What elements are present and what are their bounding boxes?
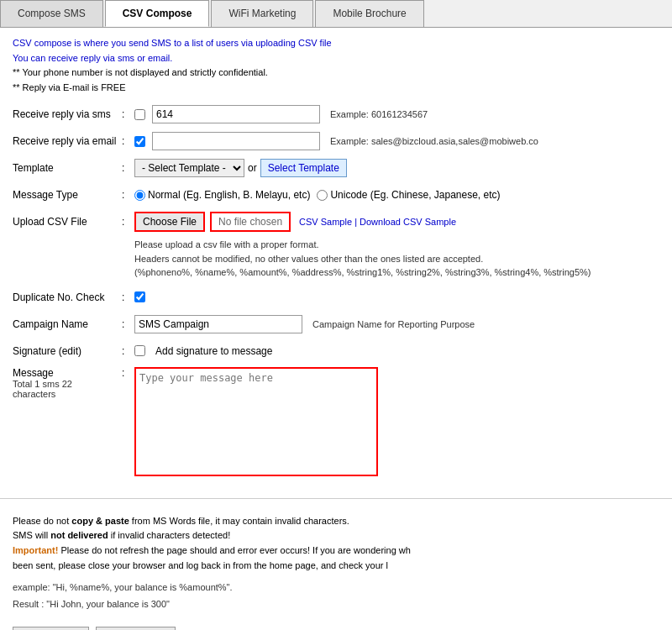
receive-sms-example: Example: 60161234567 <box>330 109 428 119</box>
message-label-block: Message Total 1 sms 22 characters <box>13 367 122 399</box>
upload-csv-control: Choose File No file chosen CSV Sample | … <box>134 212 659 232</box>
csv-note2: Headers cannot be modified, no other val… <box>134 252 659 266</box>
template-colon: : <box>122 162 134 174</box>
csv-sample-link[interactable]: CSV Sample <box>299 217 352 227</box>
notice-important: Important! <box>13 545 58 555</box>
notice-line4: been sent, please close your browser and… <box>13 559 659 574</box>
signature-checkbox[interactable] <box>134 345 145 356</box>
csv-note3: (%phoneno%, %name%, %amount%, %address%,… <box>134 265 659 280</box>
signature-control: Add signature to message <box>134 345 659 357</box>
message-control <box>134 367 659 476</box>
csv-links: CSV Sample | Download CSV Sample <box>299 217 456 227</box>
send-row: » Send Now » Send Later <box>0 620 672 630</box>
info-block: CSV compose is where you send SMS to a l… <box>13 36 659 95</box>
message-type-unicode-text: Unicode (Eg. Chinese, Japanese, etc) <box>330 189 500 201</box>
bottom-notice: Please do not copy & paste from MS Words… <box>0 507 672 580</box>
campaign-label: Campaign Name <box>13 318 122 330</box>
campaign-input[interactable] <box>134 315 302 333</box>
select-template-button[interactable]: Select Template <box>260 159 347 177</box>
send-later-button[interactable]: » Send Later <box>96 627 176 630</box>
receive-sms-label: Receive reply via sms <box>13 108 122 120</box>
receive-email-checkbox[interactable] <box>134 136 145 147</box>
template-label: Template <box>13 162 122 174</box>
download-csv-link[interactable]: Download CSV Sample <box>360 217 456 227</box>
receive-sms-control: Example: 60161234567 <box>134 105 659 123</box>
message-type-colon: : <box>122 189 134 201</box>
choose-file-button[interactable]: Choose File <box>134 212 205 232</box>
template-select[interactable]: - Select Template - <box>134 159 244 177</box>
duplicate-control <box>134 291 659 302</box>
tab-mobile-brochure[interactable]: Mobile Brochure <box>315 0 423 27</box>
tab-bar: Compose SMS CSV Compose WiFi Marketing M… <box>0 0 672 28</box>
send-now-button[interactable]: » Send Now <box>13 627 89 630</box>
campaign-control: Campaign Name for Reporting Purpose <box>134 315 659 333</box>
message-type-unicode-label[interactable]: Unicode (Eg. Chinese, Japanese, etc) <box>317 189 500 201</box>
result-line: Result : "Hi John, your balance is 300" <box>13 596 659 613</box>
receive-email-colon: : <box>122 135 134 147</box>
no-file-text: No file chosen <box>210 212 291 232</box>
notice-line2: SMS will not delivered if invalid charac… <box>13 528 659 543</box>
duplicate-row: Duplicate No. Check : <box>13 286 659 308</box>
info-line2: You can receive reply via sms or email. <box>13 51 659 66</box>
upload-csv-label: Upload CSV File <box>13 216 122 228</box>
message-type-row: Message Type : Normal (Eg. English, B. M… <box>13 184 659 206</box>
duplicate-colon: : <box>122 291 134 303</box>
notice-line1: Please do not copy & paste from MS Words… <box>13 514 659 529</box>
example-value: "Hi, %name%, your balance is %amount%". <box>53 582 233 592</box>
csv-note1: Please upload a csv file with a proper f… <box>134 238 659 252</box>
tab-wifi-marketing[interactable]: WiFi Marketing <box>211 0 313 27</box>
csv-note: Please upload a csv file with a proper f… <box>134 238 659 280</box>
signature-colon: : <box>122 345 134 357</box>
message-textarea[interactable] <box>134 367 378 476</box>
notice-line2-text: SMS will not delivered if invalid charac… <box>13 530 230 540</box>
signature-checkbox-label: Add signature to message <box>155 345 272 357</box>
duplicate-label: Duplicate No. Check <box>13 291 122 303</box>
upload-csv-row: Upload CSV File : Choose File No file ch… <box>13 211 659 233</box>
info-line3: ** Your phone number is not displayed an… <box>13 66 659 81</box>
message-sub2: characters <box>13 389 122 399</box>
template-or: or <box>248 162 257 174</box>
receive-sms-row: Receive reply via sms : Example: 6016123… <box>13 103 659 125</box>
template-row: Template : - Select Template - or Select… <box>13 157 659 179</box>
template-control: - Select Template - or Select Template <box>134 159 659 177</box>
message-type-unicode-radio[interactable] <box>317 190 328 201</box>
receive-email-control: Example: sales@bizcloud.asia,sales@mobiw… <box>134 132 659 150</box>
message-label-text: Message <box>13 367 122 379</box>
notice-line1-text: Please do not copy & paste from MS Words… <box>13 516 349 526</box>
tab-csv-compose[interactable]: CSV Compose <box>105 0 210 27</box>
campaign-colon: : <box>122 318 134 330</box>
receive-email-example: Example: sales@bizcloud.asia,sales@mobiw… <box>330 136 538 146</box>
campaign-example: Campaign Name for Reporting Purpose <box>312 319 475 329</box>
message-type-label: Message Type <box>13 189 122 201</box>
info-line1: CSV compose is where you send SMS to a l… <box>13 36 659 51</box>
result-label: Result : <box>13 599 44 609</box>
example-block: example: "Hi, %name%, your balance is %a… <box>0 580 672 620</box>
duplicate-checkbox[interactable] <box>134 291 145 302</box>
result-value: "Hi John, your balance is 300" <box>46 599 170 609</box>
upload-csv-colon: : <box>122 216 134 228</box>
message-type-normal-label[interactable]: Normal (Eg. English, B. Melayu, etc) <box>134 189 310 201</box>
campaign-row: Campaign Name : Campaign Name for Report… <box>13 313 659 335</box>
notice-line3: Important! Please do not refresh the pag… <box>13 543 659 559</box>
message-sub: Total 1 sms 22 <box>13 379 122 389</box>
message-row: Message Total 1 sms 22 characters : <box>13 367 659 476</box>
receive-email-row: Receive reply via email : Example: sales… <box>13 130 659 152</box>
tab-compose-sms[interactable]: Compose SMS <box>0 0 103 27</box>
receive-email-label: Receive reply via email <box>13 135 122 147</box>
receive-sms-checkbox[interactable] <box>134 109 145 120</box>
info-line4: ** Reply via E-mail is FREE <box>13 81 659 96</box>
message-type-normal-text: Normal (Eg. English, B. Melayu, etc) <box>148 189 310 201</box>
receive-sms-input[interactable] <box>152 105 320 123</box>
notice-line3-rest: Please do not refresh the page should an… <box>60 545 410 555</box>
main-content: CSV compose is where you send SMS to a l… <box>0 28 672 490</box>
message-type-control: Normal (Eg. English, B. Melayu, etc) Uni… <box>134 189 659 201</box>
receive-sms-colon: : <box>122 108 134 120</box>
example-label: example: <box>13 582 50 592</box>
signature-label: Signature (edit) <box>13 345 122 357</box>
signature-row: Signature (edit) : Add signature to mess… <box>13 340 659 362</box>
divider <box>0 498 672 499</box>
example-line: example: "Hi, %name%, your balance is %a… <box>13 580 659 596</box>
message-type-normal-radio[interactable] <box>134 190 145 201</box>
receive-email-input[interactable] <box>152 132 320 150</box>
message-colon: : <box>122 367 134 379</box>
